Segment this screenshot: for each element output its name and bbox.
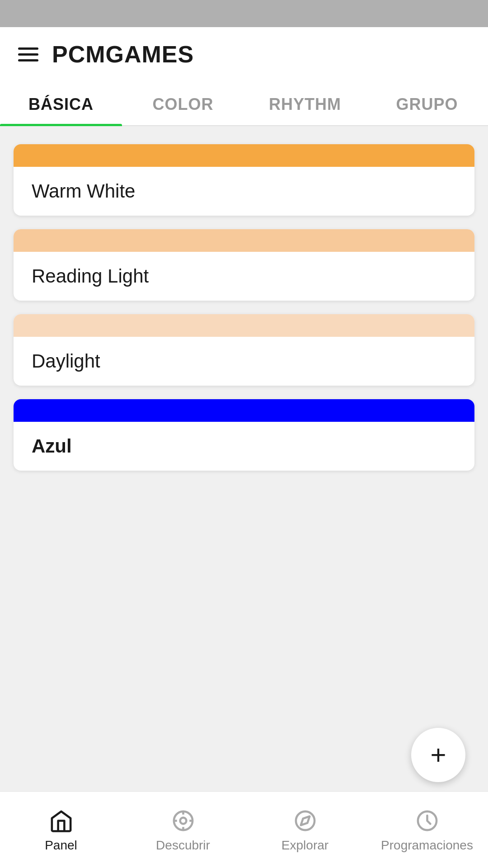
tab-rhythm[interactable]: RHYTHM xyxy=(244,81,366,125)
tabs-container: BÁSICACOLORRHYTHMGRUPO xyxy=(0,81,488,126)
tab-basica[interactable]: BÁSICA xyxy=(0,81,122,125)
card-color-daylight xyxy=(14,314,474,337)
add-button[interactable]: + xyxy=(411,728,465,782)
nav-item-explorar[interactable]: Explorar xyxy=(244,801,366,859)
card-daylight[interactable]: Daylight xyxy=(14,314,474,386)
card-color-azul xyxy=(14,399,474,422)
nav-label-panel: Panel xyxy=(45,838,77,853)
card-color-reading-light xyxy=(14,229,474,252)
tab-grupo[interactable]: GRUPO xyxy=(366,81,488,125)
nav-item-programaciones[interactable]: Programaciones xyxy=(366,801,488,859)
bottom-nav: Panel Descubrir Explorar Programaciones xyxy=(0,791,488,868)
card-azul[interactable]: Azul xyxy=(14,399,474,471)
card-reading-light[interactable]: Reading Light xyxy=(14,229,474,301)
card-label-warm-white: Warm White xyxy=(14,167,474,216)
home-icon xyxy=(47,807,75,835)
discover-icon xyxy=(169,807,197,835)
nav-label-programaciones: Programaciones xyxy=(381,838,473,853)
nav-item-descubrir[interactable]: Descubrir xyxy=(122,801,244,859)
explore-icon xyxy=(291,807,319,835)
menu-button[interactable] xyxy=(18,47,38,61)
card-label-reading-light: Reading Light xyxy=(14,252,474,301)
nav-label-descubrir: Descubrir xyxy=(156,838,210,853)
card-label-daylight: Daylight xyxy=(14,337,474,386)
app-title: PCMGAMES xyxy=(52,41,194,68)
nav-label-explorar: Explorar xyxy=(282,838,328,853)
card-label-azul: Azul xyxy=(14,422,474,471)
card-color-warm-white xyxy=(14,144,474,167)
svg-point-1 xyxy=(180,818,186,824)
status-bar xyxy=(0,0,488,27)
header: PCMGAMES xyxy=(0,27,488,81)
nav-item-panel[interactable]: Panel xyxy=(0,801,122,859)
svg-point-6 xyxy=(296,811,314,830)
clock-icon xyxy=(413,807,441,835)
tab-color[interactable]: COLOR xyxy=(122,81,244,125)
card-warm-white[interactable]: Warm White xyxy=(14,144,474,216)
